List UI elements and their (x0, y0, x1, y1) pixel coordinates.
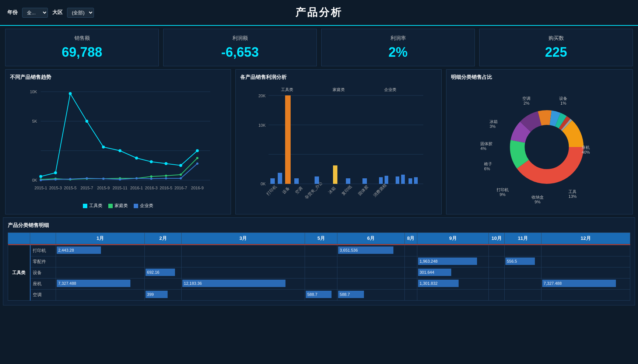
desk-may (305, 279, 337, 290)
svg-text:2016-9: 2016-9 (191, 186, 204, 190)
ac-dec (541, 290, 630, 301)
svg-point-46 (136, 177, 138, 179)
svg-text:4%: 4% (481, 146, 487, 151)
kpi-margin-label: 利润率 (329, 35, 467, 42)
col-jun: 6月 (337, 233, 404, 244)
col-dec: 12月 (541, 233, 630, 244)
svg-point-22 (102, 146, 105, 148)
svg-point-18 (39, 175, 42, 178)
bottom-title: 产品分类销售明细 (8, 222, 630, 229)
svg-rect-70 (385, 176, 388, 184)
svg-point-42 (69, 178, 71, 180)
svg-point-25 (150, 160, 153, 163)
kpi-profit-label: 利润额 (171, 35, 309, 42)
printer-jun-bar: 3,651.536 (337, 245, 404, 256)
sub-parts: 零配件 (30, 256, 56, 267)
svg-text:9%: 9% (500, 192, 506, 197)
parts-dec (541, 256, 630, 267)
svg-text:0K: 0K (32, 178, 37, 182)
legend-tools: 工具类 (83, 203, 102, 209)
svg-text:1%: 1% (561, 101, 567, 105)
svg-text:0K: 0K (261, 182, 266, 186)
bar-chart-panel: 各产品销售利润分析 工具类 家庭类 企业类 20K 10K 0K (235, 69, 442, 214)
svg-point-49 (180, 177, 182, 179)
donut-svg: 座机 40% 工具 13% 收纳盒 9% 打印机 9% 椅子 6% 固体胶 4%… (451, 84, 628, 210)
device-jun (337, 267, 404, 279)
printer-jun-val: 3,651.536 (340, 248, 358, 252)
header-filters: 年份 全... 2015 2016 大区 (全部) (7, 8, 94, 18)
table-row-device: 设备 692.16 301.644 (8, 267, 630, 279)
ac-jun-val: 588.7 (340, 292, 350, 297)
region-label: 大区 (52, 9, 63, 16)
ac-jan (56, 290, 145, 301)
svg-text:打印机: 打印机 (266, 184, 278, 196)
desk-jan-bar: 7,327.488 (56, 279, 145, 290)
printer-dec (541, 245, 630, 256)
svg-point-21 (85, 120, 88, 123)
line-chart-svg: 10K 5K 0K 2015-1 2015-3 2015-5 2015-7 20… (10, 84, 226, 199)
device-jan (56, 267, 145, 279)
svg-point-41 (55, 178, 57, 181)
device-aug (404, 267, 417, 279)
device-may (305, 267, 337, 279)
svg-point-45 (119, 178, 121, 181)
desk-sep-bar: 1,301.832 (417, 279, 488, 290)
svg-point-27 (179, 164, 182, 167)
svg-rect-74 (414, 177, 418, 184)
kpi-card-sales: 销售额 69,788 (5, 29, 159, 66)
svg-rect-62 (278, 173, 282, 184)
year-label: 年份 (7, 9, 18, 16)
legend-label-tools: 工具类 (89, 203, 102, 209)
line-chart-legend: 工具类 家庭类 企业类 (10, 203, 226, 209)
kpi-row: 销售额 69,788 利润额 -6,653 利润率 2% 购买数 225 (3, 29, 635, 66)
svg-text:复印纸: 复印纸 (341, 184, 353, 196)
svg-rect-66 (333, 165, 337, 184)
region-select[interactable]: (全部) (67, 8, 94, 18)
svg-text:座机: 座机 (582, 145, 590, 150)
ac-feb-bar: 399 (145, 290, 182, 301)
svg-point-93 (527, 127, 567, 167)
svg-text:工具类: 工具类 (281, 87, 293, 92)
printer-jan-bar: 2,443.28 (56, 245, 145, 256)
ac-nov (504, 290, 541, 301)
device-dec (541, 267, 630, 279)
svg-rect-73 (409, 178, 412, 184)
year-select[interactable]: 全... 2015 2016 (22, 8, 48, 18)
col-may: 5月 (305, 233, 337, 244)
svg-rect-64 (294, 178, 299, 184)
svg-text:固体胶: 固体胶 (358, 184, 369, 196)
desk-mar-val: 12,183.36 (184, 281, 202, 286)
svg-point-48 (165, 177, 167, 179)
svg-text:固体胶: 固体胶 (481, 141, 493, 146)
desk-dec-val: 7,327.488 (544, 281, 562, 286)
col-jan: 1月 (56, 233, 145, 244)
parts-jun (337, 256, 404, 267)
svg-point-47 (150, 178, 153, 180)
ac-may-val: 588.7 (307, 292, 318, 297)
svg-rect-68 (362, 178, 367, 184)
legend-dot-tools (83, 204, 87, 208)
kpi-orders-value: 225 (487, 45, 625, 60)
svg-point-40 (40, 179, 42, 181)
table-row-desk: 座机 7,327.488 12,183.36 1,301 (8, 279, 630, 290)
svg-text:2015-5: 2015-5 (64, 186, 77, 190)
svg-text:消费酒精: 消费酒精 (373, 183, 388, 197)
svg-text:收纳盒: 收纳盒 (532, 195, 544, 199)
kpi-card-orders: 购买数 225 (479, 29, 633, 66)
donut-container: 座机 40% 工具 13% 收纳盒 9% 打印机 9% 椅子 6% 固体胶 4%… (451, 84, 628, 210)
kpi-sales-value: 69,788 (13, 45, 151, 60)
svg-text:冰箱: 冰箱 (328, 186, 337, 195)
category-tools: 工具类 (8, 245, 30, 301)
kpi-margin-value: 2% (329, 45, 467, 60)
svg-text:家庭类: 家庭类 (333, 87, 345, 92)
parts-jan (56, 256, 145, 267)
ac-oct (489, 290, 505, 301)
svg-point-44 (102, 178, 105, 180)
parts-oct (489, 256, 505, 267)
col-aug: 8月 (404, 233, 417, 244)
svg-point-39 (196, 157, 199, 159)
col-sep: 9月 (417, 233, 488, 244)
printer-jan-val: 2,443.28 (58, 248, 74, 252)
svg-rect-69 (379, 177, 383, 184)
svg-text:10K: 10K (259, 123, 266, 127)
